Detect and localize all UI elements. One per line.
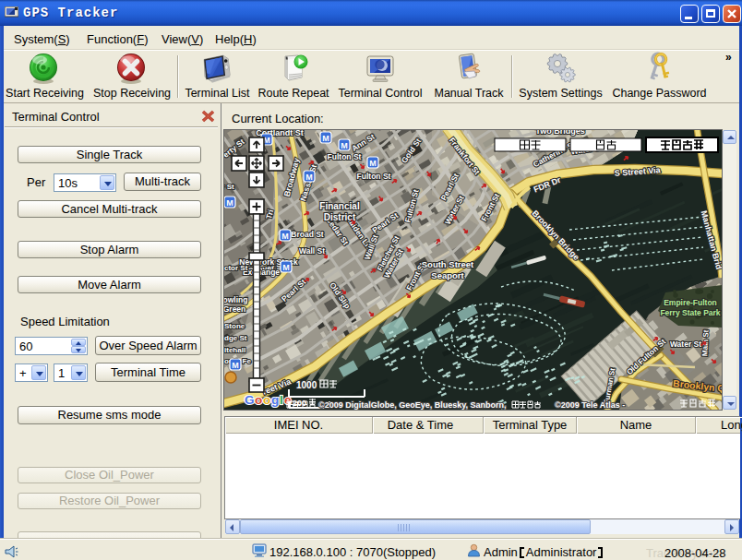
svg-text:©2009 Tele Atlas -: ©2009 Tele Atlas - [555, 400, 625, 410]
svg-text:©2009 DigitalGlobe, GeoEye, Bl: ©2009 DigitalGlobe, GeoEye, Bluesky, San… [318, 400, 507, 410]
svg-text:M: M [322, 134, 329, 143]
svg-text:l: l [280, 393, 283, 407]
svg-text:owling: owling [224, 295, 247, 304]
svg-text:Exchange: Exchange [243, 268, 280, 277]
svg-text:200: 200 [293, 399, 306, 408]
svg-text:M: M [226, 198, 233, 208]
svg-text:Water St: Water St [670, 340, 701, 349]
svg-text:g: g [271, 393, 279, 407]
svg-text:1000: 1000 [296, 380, 317, 390]
svg-text:Seaport: Seaport [431, 270, 464, 280]
svg-text:Financial: Financial [319, 201, 360, 211]
svg-text:Two Bridges: Two Bridges [535, 130, 584, 136]
svg-text:itehall: itehall [224, 346, 245, 354]
svg-text:Ferry State Park: Ferry State Park [660, 308, 720, 317]
svg-text:Fulton St: Fulton St [328, 152, 362, 161]
svg-text:South Street: South Street [422, 259, 474, 269]
svg-text:Wall St: Wall St [299, 246, 325, 256]
svg-text:ctor St: ctor St [224, 264, 248, 272]
svg-text:Broad St: Broad St [291, 230, 324, 239]
svg-text:Fulton St: Fulton St [357, 172, 391, 181]
svg-text:M: M [341, 141, 348, 150]
svg-text:M: M [305, 173, 313, 182]
svg-text:dge St: dge St [224, 334, 247, 342]
svg-text:Stone: Stone [224, 322, 245, 330]
svg-text:Green: Green [224, 304, 245, 314]
svg-text:M: M [232, 361, 239, 370]
svg-text:o: o [263, 393, 270, 407]
svg-text:G: G [245, 393, 255, 407]
svg-text:r St: r St [224, 183, 234, 191]
svg-text:M: M [281, 232, 289, 241]
svg-text:M: M [369, 159, 377, 168]
svg-text:M: M [282, 263, 290, 272]
svg-text:o: o [255, 393, 262, 407]
svg-text:Empire-Fulton: Empire-Fulton [664, 298, 717, 307]
